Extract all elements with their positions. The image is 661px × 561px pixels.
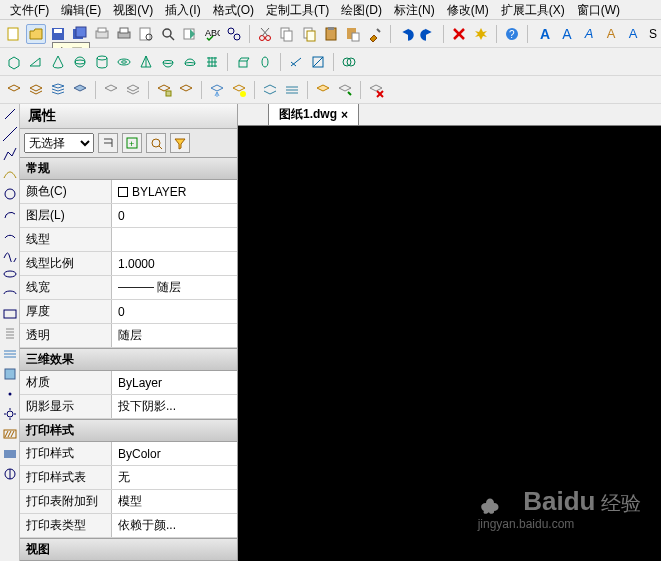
undo-icon[interactable]: [396, 24, 416, 44]
menu-window[interactable]: 窗口(W): [571, 0, 626, 19]
new-file-icon[interactable]: [4, 24, 24, 44]
textstyle-a2-icon[interactable]: A: [557, 24, 577, 44]
textstyle-a5-icon[interactable]: A: [623, 24, 643, 44]
layeriso-icon[interactable]: [260, 80, 280, 100]
menu-customtools[interactable]: 定制工具(T): [260, 0, 335, 19]
print-icon[interactable]: [114, 24, 134, 44]
layerlock-icon[interactable]: [154, 80, 174, 100]
prop-category[interactable]: 视图: [20, 538, 237, 561]
layerthaw-icon[interactable]: [229, 80, 249, 100]
block-icon[interactable]: [2, 366, 18, 384]
spellcheck-icon[interactable]: ABC: [202, 24, 222, 44]
torus-icon[interactable]: [114, 52, 134, 72]
spline-icon[interactable]: [2, 246, 18, 264]
textstyle-a1-icon[interactable]: A: [535, 24, 555, 44]
toggle-pim-icon[interactable]: [98, 133, 118, 153]
layer2-icon[interactable]: [26, 80, 46, 100]
menu-file[interactable]: 文件(F): [4, 0, 55, 19]
revcloud-icon[interactable]: [2, 226, 18, 244]
menu-format[interactable]: 格式(O): [207, 0, 260, 19]
prop-value[interactable]: 0: [112, 204, 237, 227]
textstyle-a4-icon[interactable]: A: [601, 24, 621, 44]
find-icon[interactable]: [224, 24, 244, 44]
layerfreeze-icon[interactable]: [207, 80, 227, 100]
ellipse-icon[interactable]: [2, 266, 18, 284]
rectangle-icon[interactable]: [2, 306, 18, 324]
prop-category[interactable]: 打印样式: [20, 419, 237, 442]
donut-icon[interactable]: [2, 346, 18, 364]
selection-dropdown[interactable]: 无选择: [24, 133, 94, 153]
prop-value[interactable]: 无: [112, 466, 237, 489]
open-file-icon[interactable]: [26, 24, 46, 44]
pasteblock-icon[interactable]: [343, 24, 363, 44]
sphere-icon[interactable]: [70, 52, 90, 72]
prop-value[interactable]: ——— 随层: [112, 276, 237, 299]
cut-icon[interactable]: [255, 24, 275, 44]
slice-icon[interactable]: [286, 52, 306, 72]
mesh-icon[interactable]: [202, 52, 222, 72]
ellipsearc-icon[interactable]: [2, 286, 18, 304]
menu-modify[interactable]: 修改(M): [441, 0, 495, 19]
matchprop-icon[interactable]: [365, 24, 385, 44]
prop-category[interactable]: 三维效果: [20, 348, 237, 371]
wedge-icon[interactable]: [26, 52, 46, 72]
copyclip-icon[interactable]: [299, 24, 319, 44]
helix-icon[interactable]: [2, 326, 18, 344]
point-icon[interactable]: [2, 386, 18, 404]
hatch-icon[interactable]: [2, 426, 18, 444]
drawing-canvas[interactable]: Baidu 经验 jingyan.baidu.com: [238, 126, 661, 561]
layer4-icon[interactable]: [70, 80, 90, 100]
paste-icon[interactable]: [321, 24, 341, 44]
menu-draw[interactable]: 绘图(D): [335, 0, 388, 19]
prop-value[interactable]: 0: [112, 300, 237, 323]
layer6-icon[interactable]: [123, 80, 143, 100]
menu-edit[interactable]: 编辑(E): [55, 0, 107, 19]
saveall-icon[interactable]: [70, 24, 90, 44]
printpreview-icon[interactable]: [136, 24, 156, 44]
dome-icon[interactable]: [180, 52, 200, 72]
prop-value[interactable]: 依赖于颜...: [112, 514, 237, 537]
prop-category[interactable]: 常规: [20, 157, 237, 180]
polyline-icon[interactable]: [2, 146, 18, 164]
circle-icon[interactable]: [2, 186, 18, 204]
polygon-icon[interactable]: [2, 166, 18, 184]
tab-drawing1[interactable]: 图纸1.dwg ×: [268, 103, 359, 125]
prop-value[interactable]: 投下阴影...: [112, 395, 237, 418]
menu-view[interactable]: 视图(V): [107, 0, 159, 19]
section-icon[interactable]: [308, 52, 328, 72]
layerunlock-icon[interactable]: [176, 80, 196, 100]
layerwalk-icon[interactable]: [335, 80, 355, 100]
pyramid-icon[interactable]: [136, 52, 156, 72]
interfere-icon[interactable]: [339, 52, 359, 72]
layermerge-icon[interactable]: [313, 80, 333, 100]
menu-annotate[interactable]: 标注(N): [388, 0, 441, 19]
prop-value[interactable]: 随层: [112, 324, 237, 347]
close-tab-icon[interactable]: ×: [341, 108, 348, 122]
revolve-icon[interactable]: [255, 52, 275, 72]
delete-icon[interactable]: [449, 24, 469, 44]
prop-value[interactable]: 模型: [112, 490, 237, 513]
sun-icon[interactable]: [2, 406, 18, 424]
xline-icon[interactable]: [2, 126, 18, 144]
extrude-icon[interactable]: [233, 52, 253, 72]
layerdel-icon[interactable]: [366, 80, 386, 100]
quick-select-icon[interactable]: [146, 133, 166, 153]
arc-icon[interactable]: [2, 206, 18, 224]
cylinder-icon[interactable]: [92, 52, 112, 72]
zoom-preview-icon[interactable]: [158, 24, 178, 44]
cone-icon[interactable]: [48, 52, 68, 72]
redo-icon[interactable]: [418, 24, 438, 44]
prop-value[interactable]: BYLAYER: [112, 180, 237, 203]
dish-icon[interactable]: [158, 52, 178, 72]
region-icon[interactable]: [2, 466, 18, 484]
publish-icon[interactable]: [180, 24, 200, 44]
save-icon[interactable]: [48, 24, 68, 44]
copy-icon[interactable]: [277, 24, 297, 44]
layer3-icon[interactable]: [48, 80, 68, 100]
prop-value[interactable]: [112, 228, 237, 251]
layeruniso-icon[interactable]: [282, 80, 302, 100]
layer5-icon[interactable]: [101, 80, 121, 100]
plot-icon[interactable]: [92, 24, 112, 44]
filter-icon[interactable]: [170, 133, 190, 153]
menu-extensions[interactable]: 扩展工具(X): [495, 0, 571, 19]
